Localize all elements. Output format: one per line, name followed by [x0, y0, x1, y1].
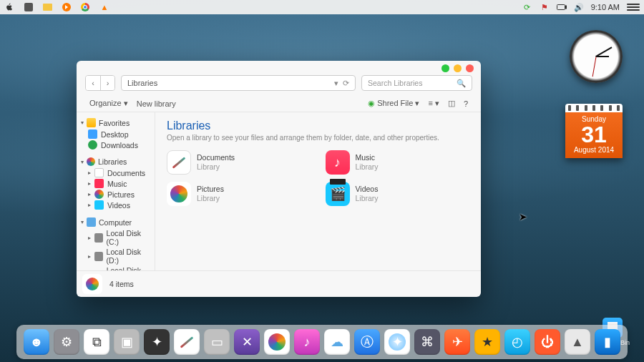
gallery-dock-icon[interactable]: ⧉: [84, 329, 109, 355]
settings-dock-icon[interactable]: ⚙: [54, 329, 79, 355]
search-icon: 🔍: [457, 79, 466, 88]
sidebar-item-disk-d[interactable]: ▸Local Disk (D:): [78, 247, 153, 265]
address-bar[interactable]: Libraries ▾⟳: [121, 75, 356, 91]
power-dock-icon[interactable]: ⏻: [535, 329, 560, 355]
star-icon: [87, 118, 96, 127]
new-library-button[interactable]: New library: [134, 98, 179, 109]
dock: ☻ ⚙ ⧉ ▣ ✦ ▭ ✕ ♪ ☁ Ⓐ ✦ ⌘ ✈ ★ ◴ ⏻ ▲ ▮: [16, 325, 628, 359]
computer-icon: [87, 217, 96, 227]
refresh-icon[interactable]: ⟳: [343, 79, 349, 88]
svg-rect-0: [557, 5, 565, 10]
back-button[interactable]: ‹: [86, 76, 100, 90]
library-music[interactable]: ♪ MusicLibrary: [326, 150, 470, 175]
finder-dock-icon[interactable]: ☻: [24, 329, 49, 355]
sidebar-item-pictures[interactable]: ▸Pictures: [78, 189, 153, 200]
calendar-day: 31: [565, 123, 623, 146]
textedit-dock-icon[interactable]: [174, 329, 200, 355]
status-bar: 4 items: [77, 270, 481, 297]
view-options-button[interactable]: ≡ ▾: [425, 97, 441, 109]
clock-time[interactable]: 9:10 AM: [591, 3, 620, 11]
libraries-icon: [87, 157, 95, 166]
action-center-icon[interactable]: ⚑: [540, 2, 550, 12]
preview-pane-button[interactable]: ◫: [445, 97, 458, 109]
tips-dock-icon[interactable]: ★: [474, 329, 500, 355]
svg-rect-1: [565, 6, 567, 9]
minimize-button[interactable]: [441, 64, 449, 72]
sidebar: ▾Favorites Desktop Downloads ▾Libraries …: [77, 112, 155, 270]
maximize-button[interactable]: [454, 64, 462, 72]
calculator-icon[interactable]: [24, 3, 33, 11]
sync-status-icon[interactable]: ⟳: [522, 2, 532, 12]
media-player-icon[interactable]: [62, 3, 71, 11]
menubar: ▲ ⟳ ⚑ 🔊 9:10 AM: [0, 0, 644, 14]
documents-icon: [94, 168, 104, 177]
organize-button[interactable]: Organize ▾: [87, 97, 131, 109]
pictures-library-icon: [167, 182, 191, 206]
shred-file-button[interactable]: ◉ Shred File ▾: [365, 97, 422, 109]
launchpad-dock-icon[interactable]: ▲: [565, 329, 590, 355]
chrome-icon[interactable]: [81, 3, 89, 11]
videos-library-icon: 🎬: [326, 182, 350, 206]
volume-icon[interactable]: 🔊: [574, 2, 584, 12]
calendar-widget[interactable]: Sunday 31 August 2014: [565, 104, 623, 158]
nav-buttons: ‹ ›: [85, 75, 115, 91]
search-placeholder: Search Libraries: [368, 79, 422, 87]
search-box[interactable]: Search Libraries 🔍: [361, 75, 472, 91]
sidebar-group-libraries[interactable]: ▾Libraries: [78, 156, 153, 167]
videos-icon: [94, 200, 104, 210]
sidebar-group-computer[interactable]: ▾Computer: [78, 216, 153, 228]
photos-dock-icon[interactable]: [264, 329, 290, 355]
tray-dock-icon[interactable]: ▭: [204, 329, 230, 355]
battery-icon[interactable]: [557, 2, 567, 12]
content-subtitle: Open a library to see your files and arr…: [167, 134, 469, 142]
list-menu-icon[interactable]: [627, 4, 640, 11]
screen-dock-icon[interactable]: ▮: [595, 329, 620, 355]
toolbar: Organize ▾ New library ◉ Shred File ▾ ≡ …: [77, 95, 481, 112]
library-videos[interactable]: 🎬 VideosLibrary: [326, 182, 470, 206]
video-editor-dock-icon[interactable]: ✦: [144, 329, 170, 355]
music-library-icon: ♪: [326, 150, 350, 175]
disk-icon: [94, 233, 103, 243]
appstore-dock-icon[interactable]: Ⓐ: [354, 329, 380, 355]
mouse-cursor: ➤: [519, 211, 527, 222]
downloads-icon: [88, 140, 97, 150]
libraries-footer-icon: [82, 274, 102, 294]
utility-dock-icon[interactable]: ⌘: [414, 329, 440, 355]
sidebar-group-favorites[interactable]: ▾Favorites: [78, 117, 153, 129]
content-title: Libraries: [167, 119, 469, 132]
sidebar-item-disk-e[interactable]: ▸Local Disk (E:): [78, 265, 153, 270]
folder-icon[interactable]: [43, 4, 52, 11]
content-pane: Libraries Open a library to see your fil…: [155, 112, 481, 270]
music-icon: [94, 179, 104, 188]
library-documents[interactable]: DocumentsLibrary: [167, 150, 311, 175]
sidebar-item-videos[interactable]: ▸Videos: [78, 200, 153, 210]
sidebar-item-music[interactable]: ▸Music: [78, 178, 153, 189]
sidebar-item-disk-c[interactable]: ▸Local Disk (C:): [78, 228, 153, 247]
calendar-month-year: August 2014: [565, 146, 623, 154]
titlebar[interactable]: [77, 61, 481, 75]
documents-library-icon: [167, 150, 191, 175]
clock-dock-icon[interactable]: ◴: [504, 329, 530, 355]
dropdown-icon[interactable]: ▾: [334, 79, 338, 88]
explorer-window: ‹ › Libraries ▾⟳ Search Libraries 🔍 Orga…: [77, 61, 481, 297]
close-button[interactable]: [466, 64, 474, 72]
sidebar-item-downloads[interactable]: Downloads: [78, 140, 153, 150]
item-count: 4 items: [109, 280, 134, 288]
vlc-icon[interactable]: ▲: [99, 2, 109, 12]
drive-dock-icon[interactable]: ▣: [114, 329, 140, 355]
desktop-icon: [88, 129, 97, 139]
itunes-dock-icon[interactable]: ♪: [294, 329, 320, 355]
icloud-dock-icon[interactable]: ☁: [324, 329, 350, 355]
clock-widget[interactable]: [570, 30, 623, 83]
library-pictures[interactable]: PicturesLibrary: [167, 182, 311, 206]
sidebar-item-documents[interactable]: ▸Documents: [78, 167, 153, 178]
help-button[interactable]: ?: [461, 98, 471, 109]
pictures-icon: [94, 190, 104, 199]
compass-dock-icon[interactable]: ✈: [444, 329, 470, 355]
address-text: Libraries: [127, 79, 157, 87]
apple-menu-icon[interactable]: [4, 2, 14, 12]
system-dock-icon[interactable]: ✕: [234, 329, 260, 355]
safari-dock-icon[interactable]: ✦: [384, 329, 410, 355]
sidebar-item-desktop[interactable]: Desktop: [78, 129, 153, 140]
forward-button[interactable]: ›: [100, 76, 114, 90]
